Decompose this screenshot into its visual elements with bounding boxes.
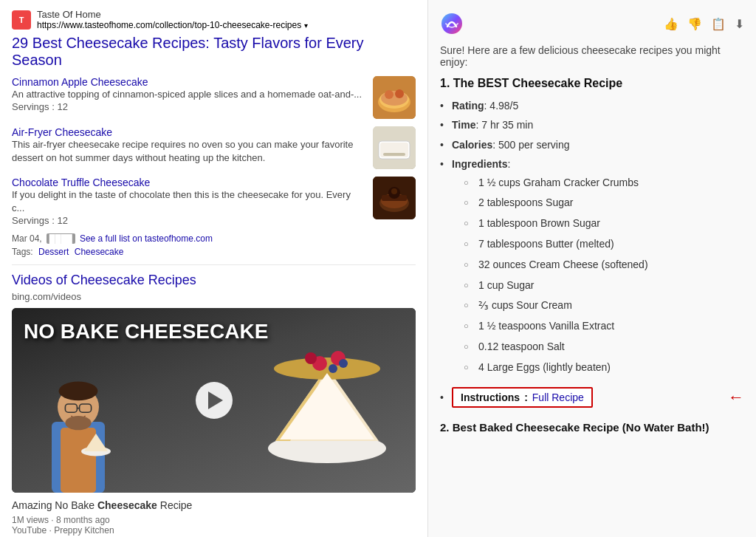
svg-point-15: [391, 188, 397, 194]
cheesecake-illustration: [253, 323, 401, 471]
svg-point-24: [329, 364, 337, 373]
ingredient-6: ⅔ cups Sour Cream: [464, 295, 744, 316]
svg-marker-20: [280, 373, 374, 439]
tag-cheesecake[interactable]: Cheesecake: [75, 247, 124, 257]
video-text-overlay: NO BAKE CHEESECAKE: [24, 320, 268, 343]
result-thumb-chocolate: [373, 177, 416, 219]
result-meta-cinnamon: Servings : 12: [12, 101, 365, 112]
copilot-header: 👍 👎 📋 ⬇: [440, 12, 744, 35]
right-panel: 👍 👎 📋 ⬇ Sure! Here are a few delicious c…: [428, 0, 756, 537]
result-thumb-cinnamon: [373, 76, 416, 119]
recipe1-bullets: Rating: 4.98/5 Time: 7 hr 35 min Calorie…: [440, 96, 744, 380]
result-title-airfryer[interactable]: Air-Fryer Cheesecake: [12, 126, 365, 138]
ingredient-7: 1 ½ teaspoons Vanilla Extract: [464, 316, 744, 337]
result-item-chocolate: Chocolate Truffle Cheesecake If you deli…: [12, 177, 416, 226]
source-info: Taste Of Home https://www.tasteofhome.co…: [37, 9, 308, 30]
divider: [12, 264, 416, 265]
result-desc-chocolate: If you delight in the taste of chocolate…: [12, 188, 365, 215]
person-illustration: [19, 374, 137, 493]
result-desc-airfryer: This air-fryer cheesecake recipe require…: [12, 138, 365, 165]
copilot-actions: 👍 👎 📋 ⬇: [664, 17, 744, 31]
videos-title[interactable]: Videos of Cheesecake Recipes: [12, 273, 416, 288]
ingredient-5: 1 cup Sugar: [464, 276, 744, 296]
time-item: Time: 7 hr 35 min: [440, 115, 744, 134]
calories-item: Calories: 500 per serving: [440, 135, 744, 154]
ai-intro: Sure! Here are a few delicious cheesecak…: [440, 44, 744, 68]
source-icon: T: [12, 10, 31, 30]
thumbup-button[interactable]: 👍: [664, 17, 678, 31]
svg-rect-27: [61, 428, 96, 493]
instructions-link[interactable]: Full Recipe: [532, 391, 584, 403]
play-button[interactable]: [196, 382, 233, 419]
video-info: Amazing No Bake Cheesecake Recipe 1M vie…: [12, 499, 416, 536]
ingredient-9: 4 Large Eggs (lightly beaten): [464, 358, 744, 378]
red-arrow-icon: ←: [728, 388, 744, 407]
recipe1-heading: 1. The BEST Cheesecake Recipe: [440, 77, 744, 90]
svg-point-33: [65, 416, 91, 430]
copy-button[interactable]: 📋: [711, 17, 726, 31]
result-title-chocolate[interactable]: Chocolate Truffle Cheesecake: [12, 177, 365, 188]
result-title-cinnamon[interactable]: Cinnamon Apple Cheesecake: [12, 76, 365, 88]
download-button[interactable]: ⬇: [735, 17, 744, 31]
source-name: Taste Of Home: [37, 9, 308, 20]
tag-dessert[interactable]: Dessert: [38, 247, 69, 257]
ingredient-2: 1 tablespoon Brown Sugar: [464, 213, 744, 234]
dropdown-arrow-icon[interactable]: ▾: [304, 21, 308, 30]
ingredient-0: 1 ½ cups Graham Cracker Crumbs: [464, 173, 744, 194]
source-header: T Taste Of Home https://www.tasteofhome.…: [12, 9, 416, 30]
thumbdown-button[interactable]: 👎: [687, 17, 702, 31]
meta-row: Mar 04, ████ See a full list on tasteofh…: [12, 233, 416, 244]
video-thumbnail[interactable]: NO BAKE CHEESECAKE: [12, 308, 416, 493]
result-thumb-airfryer: [373, 126, 416, 169]
meta-blurred: ████: [47, 233, 75, 244]
meta-date: Mar 04,: [12, 233, 42, 244]
result-item-cinnamon: Cinnamon Apple Cheesecake An attractive …: [12, 76, 416, 119]
recipe2-heading: 2. Best Baked Cheesecake Recipe (No Wate…: [440, 421, 744, 434]
main-search-title[interactable]: 29 Best Cheesecake Recipes: Tasty Flavor…: [12, 35, 416, 69]
svg-point-29: [59, 382, 98, 401]
ingredient-3: 7 tablespoons Butter (melted): [464, 234, 744, 255]
tags-row: Tags: Dessert Cheesecake: [12, 247, 416, 257]
svg-point-5: [395, 89, 404, 98]
ingredient-4: 32 ounces Cream Cheese (softened): [464, 255, 744, 276]
videos-source: bing.com/videos: [12, 291, 416, 302]
tags-label: Tags:: [12, 247, 33, 257]
result-meta-chocolate: Servings : 12: [12, 215, 365, 226]
instructions-label: Instructions: [461, 391, 520, 403]
left-panel: T Taste Of Home https://www.tasteofhome.…: [0, 0, 428, 537]
svg-point-23: [305, 352, 317, 364]
ingredients-list: 1 ½ cups Graham Cracker Crumbs 2 tablesp…: [452, 173, 744, 378]
play-icon: [208, 391, 223, 409]
video-meta: 1M views · 8 months ago YouTube · Preppy…: [12, 515, 416, 536]
ingredient-8: 0.12 teaspoon Salt: [464, 337, 744, 358]
video-title: Amazing No Bake Cheesecake Recipe: [12, 499, 416, 513]
copilot-logo: [440, 12, 464, 35]
svg-point-4: [385, 90, 394, 99]
instructions-box: Instructions: Full Recipe: [452, 387, 593, 408]
svg-point-36: [441, 13, 462, 34]
meta-link[interactable]: See a full list on tasteofhome.com: [80, 233, 213, 244]
svg-point-25: [339, 359, 348, 368]
ingredient-1: 2 tablespoons Sugar: [464, 193, 744, 213]
source-url: https://www.tasteofhome.com/collection/t…: [37, 20, 308, 30]
rating-item: Rating: 4.98/5: [440, 96, 744, 115]
instructions-row: Instructions: Full Recipe ←: [440, 383, 744, 412]
ingredients-header-item: Ingredients: 1 ½ cups Graham Cracker Cru…: [440, 154, 744, 379]
svg-rect-9: [383, 153, 405, 156]
result-desc-cinnamon: An attractive topping of cinnamon-spiced…: [12, 88, 365, 101]
result-item-airfryer: Air-Fryer Cheesecake This air-fryer chee…: [12, 126, 416, 169]
